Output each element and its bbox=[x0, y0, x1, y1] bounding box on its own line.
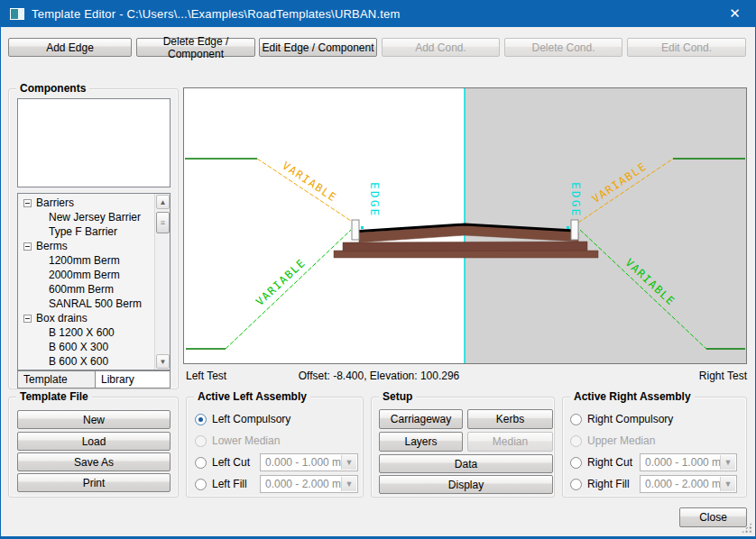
left-fill-radio[interactable]: Left Fill bbox=[195, 475, 247, 493]
scroll-down-icon[interactable]: ▼ bbox=[156, 354, 170, 369]
left-compulsory-radio[interactable]: Left Compulsory bbox=[195, 410, 290, 428]
right-cut-range-select[interactable]: 0.000 - 1.000 m ▼ bbox=[640, 453, 737, 471]
right-test-label: Right Test bbox=[699, 370, 747, 382]
right-fill-radio[interactable]: Right Fill bbox=[570, 475, 630, 493]
chevron-down-icon[interactable]: ▼ bbox=[341, 477, 356, 491]
active-left-assembly-panel: Active Left Assembly Left Compulsory Low… bbox=[186, 397, 364, 498]
collapse-icon[interactable] bbox=[23, 242, 32, 251]
lower-median-radio[interactable]: Lower Median bbox=[195, 432, 280, 450]
radio-icon[interactable] bbox=[195, 479, 207, 490]
active-right-assembly-panel: Active Right Assembly Right Compulsory U… bbox=[562, 397, 747, 498]
offset-elevation-status: Offset: -8.400, Elevation: 100.296 bbox=[1, 370, 756, 382]
right-kerb bbox=[571, 220, 578, 240]
right-compulsory-radio[interactable]: Right Compulsory bbox=[570, 410, 673, 428]
scroll-thumb[interactable]: ≡ bbox=[156, 212, 170, 233]
template-file-panel: Template File New Load Save As Print bbox=[8, 397, 179, 498]
radio-icon[interactable] bbox=[570, 479, 582, 490]
kerbs-button[interactable]: Kerbs bbox=[467, 409, 553, 429]
components-tree[interactable]: Barriers New Jersey Barrier Type F Barri… bbox=[17, 193, 171, 370]
left-fill-slope-line bbox=[226, 230, 351, 349]
cross-section-drawing: EDGE EDGE VARIABLE VARIABLE VARIABLE VAR… bbox=[184, 88, 746, 363]
load-button[interactable]: Load bbox=[17, 432, 171, 451]
chevron-down-icon[interactable]: ▼ bbox=[720, 455, 735, 470]
tree-item[interactable]: B 1200 X 600 bbox=[18, 325, 154, 340]
tree-item[interactable]: Type F Barrier bbox=[18, 224, 154, 239]
collapse-icon[interactable] bbox=[23, 199, 32, 207]
carriageway-button[interactable]: Carriageway bbox=[379, 409, 463, 429]
scroll-up-icon[interactable]: ▲ bbox=[156, 195, 170, 209]
data-button[interactable]: Data bbox=[379, 454, 553, 473]
tree-item[interactable]: 2000mm Berm bbox=[18, 268, 154, 282]
close-button[interactable]: Close bbox=[679, 507, 747, 527]
right-edge-marker bbox=[567, 226, 569, 229]
left-cut-range-select[interactable]: 0.000 - 1.000 m ▼ bbox=[260, 453, 358, 471]
tree-scrollbar[interactable]: ▲ ≡ ▼ bbox=[154, 194, 170, 370]
radio-icon[interactable] bbox=[570, 435, 582, 447]
radio-icon[interactable] bbox=[570, 414, 582, 425]
new-button[interactable]: New bbox=[17, 410, 171, 429]
tree-item[interactable]: SANRAL 500 Berm bbox=[18, 297, 154, 311]
tree-item[interactable]: B 600 X 600 bbox=[18, 354, 154, 369]
tree-item[interactable]: Box drains bbox=[18, 311, 154, 325]
components-panel: Components Barriers New Jersey Barrier T… bbox=[8, 88, 179, 389]
components-title: Components bbox=[16, 82, 89, 95]
add-cond-button[interactable]: Add Cond. bbox=[382, 38, 500, 57]
tree-item[interactable]: 1200mm Berm bbox=[18, 253, 154, 268]
display-button[interactable]: Display bbox=[379, 475, 553, 494]
tree-item[interactable]: New Jersey Barrier bbox=[18, 210, 154, 224]
chevron-down-icon[interactable]: ▼ bbox=[341, 455, 356, 470]
cross-section-canvas[interactable]: EDGE EDGE VARIABLE VARIABLE VARIABLE VAR… bbox=[183, 87, 747, 364]
close-icon[interactable]: ✕ bbox=[715, 0, 755, 27]
layers-button[interactable]: Layers bbox=[379, 432, 463, 452]
pavement-layer-3 bbox=[334, 251, 598, 258]
left-edge-marker bbox=[361, 226, 364, 229]
tree-item[interactable]: B 600 X 300 bbox=[18, 340, 154, 354]
pavement-layer-2 bbox=[343, 242, 587, 251]
right-fill-range-select[interactable]: 0.000 - 2.000 m ▼ bbox=[640, 475, 737, 493]
active-right-assembly-title: Active Right Assembly bbox=[570, 390, 695, 403]
setup-panel: Setup Carriageway Kerbs Layers Median Da… bbox=[371, 397, 555, 498]
radio-icon[interactable] bbox=[195, 457, 207, 469]
chevron-down-icon[interactable]: ▼ bbox=[720, 477, 735, 491]
collapse-icon[interactable] bbox=[23, 315, 32, 323]
template-file-title: Template File bbox=[16, 390, 92, 403]
window-title: Template Editor - C:\Users\...\Examples\… bbox=[32, 7, 401, 21]
left-cut-variable-label: VARIABLE bbox=[280, 160, 339, 205]
left-fill-range-select[interactable]: 0.000 - 2.000 m ▼ bbox=[260, 475, 358, 493]
right-cut-radio[interactable]: Right Cut bbox=[570, 453, 632, 471]
delete-edge-component-button[interactable]: Delete Edge / Component bbox=[136, 38, 255, 57]
print-button[interactable]: Print bbox=[17, 473, 171, 492]
tree-item[interactable]: Berms bbox=[18, 239, 154, 253]
median-button[interactable]: Median bbox=[467, 432, 553, 452]
edit-edge-component-button[interactable]: Edit Edge / Component bbox=[259, 38, 377, 57]
active-left-assembly-title: Active Left Assembly bbox=[194, 390, 310, 403]
add-edge-button[interactable]: Add Edge bbox=[8, 38, 132, 57]
edit-cond-button[interactable]: Edit Cond. bbox=[627, 38, 746, 57]
tree-item[interactable]: Barriers bbox=[18, 196, 154, 210]
left-kerb bbox=[352, 220, 359, 240]
radio-icon[interactable] bbox=[195, 414, 207, 425]
title-bar[interactable]: Template Editor - C:\Users\...\Examples\… bbox=[1, 0, 755, 27]
left-fill-variable-label: VARIABLE bbox=[254, 256, 309, 308]
setup-title: Setup bbox=[379, 390, 416, 403]
upper-median-radio[interactable]: Upper Median bbox=[570, 432, 655, 450]
right-edge-label: EDGE bbox=[569, 182, 583, 217]
left-edge-label: EDGE bbox=[368, 182, 382, 217]
delete-cond-button[interactable]: Delete Cond. bbox=[504, 38, 622, 57]
app-icon bbox=[10, 8, 24, 20]
template-editor-window: Template Editor - C:\Users\...\Examples\… bbox=[0, 0, 756, 539]
components-listbox[interactable] bbox=[17, 98, 171, 187]
radio-icon[interactable] bbox=[570, 457, 582, 469]
radio-icon[interactable] bbox=[195, 435, 207, 447]
save-as-button[interactable]: Save As bbox=[17, 452, 171, 471]
left-cut-radio[interactable]: Left Cut bbox=[195, 453, 250, 471]
tree-item[interactable]: 600mm Berm bbox=[18, 282, 154, 297]
canvas-status-row: Left Test Offset: -8.400, Elevation: 100… bbox=[1, 370, 756, 384]
left-cut-slope-line bbox=[257, 159, 351, 221]
